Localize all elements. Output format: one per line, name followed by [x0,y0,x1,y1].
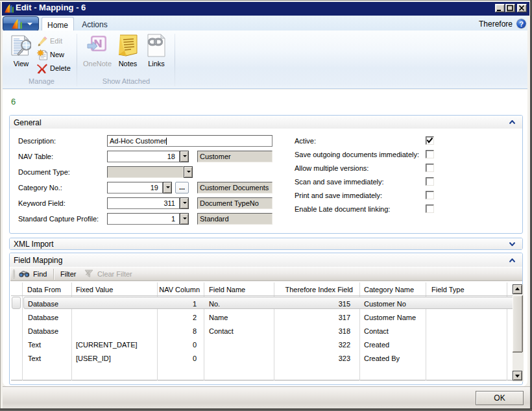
svg-text:?: ? [519,20,524,28]
